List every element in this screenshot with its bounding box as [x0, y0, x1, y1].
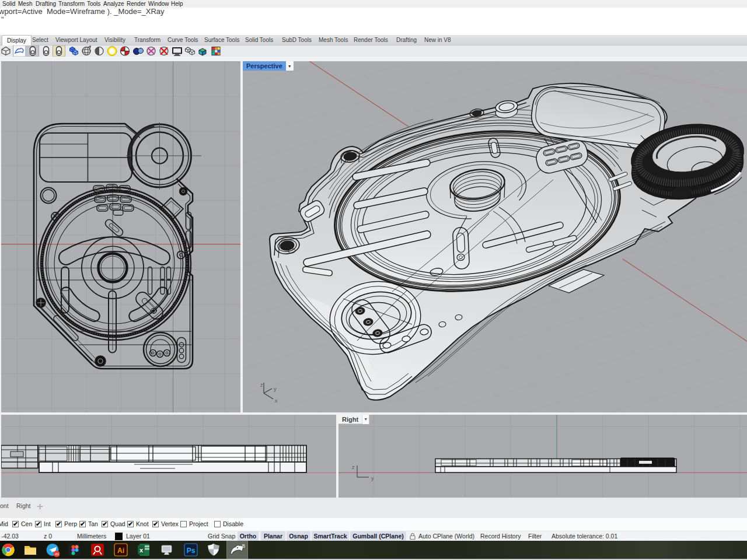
- svg-text:z: z: [352, 464, 355, 470]
- svg-text:Ai: Ai: [117, 547, 124, 555]
- svg-text:x: x: [275, 398, 278, 404]
- svg-text:y: y: [371, 475, 374, 481]
- svg-text:y: y: [274, 386, 277, 392]
- svg-text:x: x: [139, 547, 144, 554]
- svg-text:-81: -81: [54, 552, 60, 556]
- svg-text:z: z: [260, 382, 263, 388]
- svg-text:8: 8: [242, 542, 245, 549]
- svg-text:Ps: Ps: [187, 547, 196, 555]
